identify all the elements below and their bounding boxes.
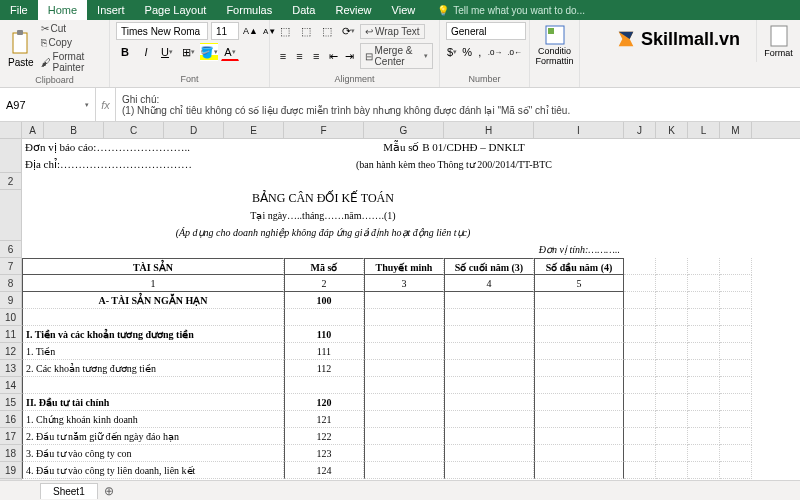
- conditional-formatting-button[interactable]: Conditio Formattin: [534, 22, 576, 68]
- currency-button[interactable]: $▾: [446, 43, 458, 61]
- cell[interactable]: [534, 360, 624, 377]
- cell[interactable]: [688, 411, 720, 428]
- row-header[interactable]: 18: [0, 445, 21, 462]
- cell[interactable]: (Áp dụng cho doanh nghiệp không đáp ứng …: [22, 224, 624, 241]
- cell[interactable]: [656, 377, 688, 394]
- cell[interactable]: [364, 462, 444, 479]
- cell[interactable]: Số đầu năm (4): [534, 258, 624, 275]
- cell[interactable]: 3. Đầu tư vào công ty con: [22, 445, 284, 462]
- align-right-button[interactable]: ≡: [309, 47, 323, 65]
- row-header[interactable]: 10: [0, 309, 21, 326]
- cell[interactable]: [688, 445, 720, 462]
- tab-insert[interactable]: Insert: [87, 0, 135, 20]
- cell[interactable]: [720, 326, 752, 343]
- cell[interactable]: [364, 394, 444, 411]
- cell[interactable]: Số cuối năm (3): [444, 258, 534, 275]
- cell[interactable]: [444, 360, 534, 377]
- column-header[interactable]: K: [656, 122, 688, 138]
- align-top-button[interactable]: ⬚: [276, 22, 294, 40]
- cell[interactable]: [656, 258, 688, 275]
- cell[interactable]: 4: [444, 275, 534, 292]
- cell[interactable]: [688, 326, 720, 343]
- fx-icon[interactable]: fx: [96, 88, 116, 121]
- cell[interactable]: [534, 309, 624, 326]
- align-middle-button[interactable]: ⬚: [297, 22, 315, 40]
- align-center-button[interactable]: ≡: [293, 47, 307, 65]
- cell[interactable]: 111: [284, 343, 364, 360]
- cell[interactable]: [284, 309, 364, 326]
- cell[interactable]: [444, 445, 534, 462]
- tab-review[interactable]: Review: [325, 0, 381, 20]
- add-sheet-button[interactable]: ⊕: [100, 482, 118, 500]
- cell[interactable]: Đơn vị báo cáo:……………………..: [22, 139, 284, 156]
- percent-button[interactable]: %: [461, 43, 473, 61]
- cell[interactable]: [656, 411, 688, 428]
- sheet-tab[interactable]: Sheet1: [40, 483, 98, 499]
- column-header[interactable]: A: [22, 122, 44, 138]
- cell[interactable]: [720, 309, 752, 326]
- cell[interactable]: 1: [22, 275, 284, 292]
- cell[interactable]: [720, 258, 752, 275]
- cell[interactable]: [656, 428, 688, 445]
- cell[interactable]: I. Tiền và các khoản tương đương tiền: [22, 326, 284, 343]
- column-header[interactable]: E: [224, 122, 284, 138]
- cell[interactable]: 1. Chứng khoán kinh doanh: [22, 411, 284, 428]
- row-header[interactable]: 15: [0, 394, 21, 411]
- cell[interactable]: [534, 292, 624, 309]
- formula-input[interactable]: Ghi chú: (1) Những chỉ tiêu không có số …: [116, 88, 800, 121]
- cell[interactable]: Thuyết minh: [364, 258, 444, 275]
- comma-button[interactable]: ,: [476, 43, 484, 61]
- tab-view[interactable]: View: [382, 0, 426, 20]
- paste-button[interactable]: Paste: [6, 27, 36, 70]
- font-name-select[interactable]: [116, 22, 208, 40]
- cell[interactable]: [444, 411, 534, 428]
- row-header[interactable]: 13: [0, 360, 21, 377]
- copy-button[interactable]: ⎘Copy: [39, 36, 103, 49]
- border-button[interactable]: ⊞▾: [179, 43, 197, 61]
- column-header[interactable]: H: [444, 122, 534, 138]
- cell[interactable]: BẢNG CÂN ĐỐI KẾ TOÁN: [22, 190, 624, 207]
- cell[interactable]: 3: [364, 275, 444, 292]
- cell[interactable]: [364, 343, 444, 360]
- cells-area[interactable]: Đơn vị báo cáo:…………………….. Địa chỉ:…………………: [22, 139, 800, 479]
- cell[interactable]: 121: [284, 411, 364, 428]
- cell[interactable]: Tại ngày…..tháng……năm…….(1): [22, 207, 624, 224]
- font-size-select[interactable]: [211, 22, 239, 40]
- cell[interactable]: [444, 326, 534, 343]
- cell[interactable]: [364, 309, 444, 326]
- cell[interactable]: 124: [284, 462, 364, 479]
- cell[interactable]: 2. Các khoản tương đương tiền: [22, 360, 284, 377]
- increase-decimal-button[interactable]: .0→: [487, 43, 504, 61]
- cell[interactable]: 122: [284, 428, 364, 445]
- merge-center-button[interactable]: ⊟Merge & Center▾: [360, 43, 433, 69]
- cell[interactable]: [534, 326, 624, 343]
- cell[interactable]: [444, 377, 534, 394]
- cell[interactable]: 110: [284, 326, 364, 343]
- italic-button[interactable]: I: [137, 43, 155, 61]
- cell[interactable]: [720, 411, 752, 428]
- orientation-button[interactable]: ⟳▾: [339, 22, 357, 40]
- cell[interactable]: 4. Đầu tư vào công ty liên doanh, liên k…: [22, 462, 284, 479]
- cell[interactable]: [656, 292, 688, 309]
- cell[interactable]: 112: [284, 360, 364, 377]
- cell[interactable]: [534, 428, 624, 445]
- row-header[interactable]: [0, 190, 21, 241]
- cell[interactable]: [720, 462, 752, 479]
- spreadsheet-grid[interactable]: 2 6 7 8 9 10 11 12 13 14 15 16 17 18 19 …: [0, 122, 800, 480]
- cell[interactable]: [364, 428, 444, 445]
- cell[interactable]: 2: [284, 275, 364, 292]
- bold-button[interactable]: B: [116, 43, 134, 61]
- cell[interactable]: [534, 411, 624, 428]
- tab-file[interactable]: File: [0, 0, 38, 20]
- tab-formulas[interactable]: Formulas: [216, 0, 282, 20]
- cell[interactable]: [22, 309, 284, 326]
- cell[interactable]: [534, 394, 624, 411]
- cell[interactable]: Mẫu số B 01/CDHĐ – DNKLT: [284, 139, 624, 156]
- cell[interactable]: [624, 343, 656, 360]
- cell[interactable]: [624, 292, 656, 309]
- indent-increase-button[interactable]: ⇥: [343, 47, 357, 65]
- cell[interactable]: Đơn vị tính:………..: [444, 241, 624, 258]
- cell[interactable]: [656, 360, 688, 377]
- row-header[interactable]: 11: [0, 326, 21, 343]
- cell[interactable]: [444, 343, 534, 360]
